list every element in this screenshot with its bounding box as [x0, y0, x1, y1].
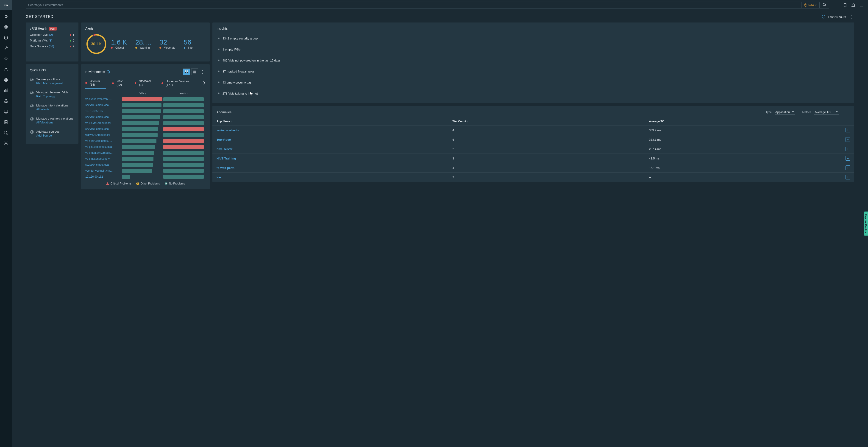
topology-icon[interactable] [3, 98, 9, 104]
target-icon[interactable] [3, 56, 9, 61]
env-tab[interactable]: NSX (22) [112, 78, 129, 88]
alert-stat[interactable]: 28.…Warning [135, 39, 157, 49]
col-vms-label: VMs [139, 92, 144, 95]
env-name-link[interactable]: vc-us.vrni.cmbu.local [85, 121, 122, 125]
tabs-scroll-right-icon[interactable] [203, 81, 206, 85]
env-name-link[interactable]: vc-emea.vrni.cmbu.l… [85, 151, 122, 154]
env-name-link[interactable]: vc-pks.vrni.cmbu.local [85, 145, 122, 148]
env-name-link[interactable]: wdcvc01.cmbu.local [85, 133, 122, 137]
svg-point-60 [217, 93, 218, 94]
sidebar-expand-icon[interactable] [3, 14, 9, 19]
alert-stat[interactable]: 1.6 KCritical [111, 39, 133, 49]
hexagon-icon[interactable] [3, 35, 9, 40]
globe-grid-icon[interactable] [3, 77, 9, 83]
svg-rect-16 [4, 110, 8, 113]
quicklink-link[interactable]: Add Source [36, 134, 59, 137]
health-row[interactable]: Data Sources (86)2 [30, 44, 74, 48]
alerts-donut[interactable]: 30.1 K [85, 33, 107, 55]
quicklink-link[interactable]: Path Topology [36, 94, 68, 98]
insight-item[interactable]: 1 empty IPSet [217, 44, 850, 55]
database-icon[interactable] [3, 130, 9, 136]
env-tab[interactable]: vCenter (14) [85, 78, 106, 89]
expand-row-button[interactable]: + [845, 156, 850, 160]
menu-icon[interactable] [859, 3, 864, 7]
quicklink-item: Manage threshold violationsAll Violation… [30, 114, 74, 127]
type-select[interactable]: Application [775, 110, 795, 115]
bookmark-icon[interactable] [843, 3, 847, 7]
env-name-link[interactable]: sc2vc01.cmbu.local [85, 127, 122, 130]
env-tab[interactable]: SD-WAN (1) [135, 78, 155, 88]
svg-point-19 [6, 133, 8, 135]
explore-guides-tab[interactable]: Explore Guides [864, 212, 868, 236]
col-average[interactable]: Average TC…↓ [649, 120, 845, 123]
search-bar[interactable]: Now [26, 2, 829, 8]
header-right: Last 24 hours ⋮ [822, 14, 854, 19]
env-tab[interactable]: Underlay Devices (177) [161, 78, 197, 88]
anomaly-app-link[interactable]: hive-server [217, 147, 452, 151]
env-row: vc-b.nsxonaci.eng.v… [85, 156, 206, 162]
quicklink-link[interactable]: Plan Micro-segment [36, 82, 63, 85]
health-row[interactable]: Platform VMs (3)0 [30, 39, 74, 42]
insight-item[interactable]: 3342 empty security group [217, 33, 850, 44]
bell-icon[interactable] [851, 3, 856, 7]
quicklink-link[interactable]: All Intents [36, 108, 68, 111]
insight-item[interactable]: 43 empty security tag [217, 77, 850, 88]
refresh-icon[interactable] [822, 15, 826, 19]
globe-icon[interactable] [3, 24, 9, 30]
search-input[interactable] [28, 3, 801, 7]
env-name-link[interactable]: vc-north.vrni.cmbu.l… [85, 139, 122, 143]
binoculars-icon [217, 47, 220, 52]
anomalies-kebab-icon[interactable]: ⋮ [844, 110, 850, 115]
env-name-link[interactable]: sc2vc03.cmbu.local [85, 103, 122, 107]
col-tier-count[interactable]: Tier Count⇅ [452, 120, 649, 123]
monitor-icon[interactable] [3, 109, 9, 114]
svg-point-5 [7, 37, 7, 37]
anomaly-app-link[interactable]: vrni-vc-collector [217, 128, 452, 132]
gear-icon[interactable] [3, 141, 9, 146]
anomaly-app-link[interactable]: l-ar [217, 176, 452, 179]
anomaly-app-link[interactable]: Top-Video [217, 138, 452, 141]
insight-item[interactable]: 482 VMs not powered on in the last 15 da… [217, 55, 850, 66]
expand-row-button[interactable]: + [845, 137, 850, 142]
env-row: wdcvc01.cmbu.local [85, 132, 206, 138]
env-name-link[interactable]: vc-hybrid.vrni.cmbu.… [85, 97, 122, 101]
env-name-link[interactable]: 10.126.90.162 [85, 175, 122, 178]
env-name-link[interactable]: 10.73.185.196 [85, 110, 122, 113]
view-grid-button[interactable] [183, 68, 190, 75]
health-row[interactable]: Collector VMs (2)1 [30, 33, 74, 36]
clipboard-icon[interactable] [3, 119, 9, 125]
anomaly-row: Top-Video 6 333.1 ms + [212, 135, 854, 144]
expand-row-button[interactable]: + [845, 147, 850, 151]
env-name-link[interactable]: vc-b.nsxonaci.eng.v… [85, 157, 122, 160]
alert-stat[interactable]: 56Info [184, 39, 206, 49]
binoculars-icon [217, 58, 220, 63]
quicklink-link[interactable]: All Violations [36, 121, 73, 124]
anomalies-title: Anomalies [217, 110, 231, 114]
anomaly-app-link[interactable]: fd-web-perm [217, 166, 452, 170]
expand-row-button[interactable]: + [845, 166, 850, 170]
expand-row-button[interactable]: + [845, 175, 850, 179]
alert-stat[interactable]: 32Moderate [159, 39, 181, 49]
analytics-icon[interactable] [3, 88, 9, 93]
search-icon[interactable] [823, 2, 827, 7]
environments-kebab-icon[interactable]: ⋮ [199, 69, 206, 74]
insight-item[interactable]: 273 VMs talking to internet [217, 88, 850, 99]
view-list-button[interactable] [191, 68, 198, 75]
insights-card: Insights 3342 empty security group1 empt… [212, 23, 854, 103]
anomaly-app-link[interactable]: HIVE Training [217, 157, 452, 160]
expand-row-button[interactable]: + [845, 128, 850, 132]
insight-item[interactable]: 37 masked firewall rules [217, 66, 850, 77]
info-icon[interactable] [106, 70, 110, 74]
tools-icon[interactable] [3, 46, 9, 51]
svg-rect-13 [4, 102, 5, 102]
col-app-name[interactable]: App Name⇅ [217, 120, 452, 123]
kebab-menu-icon[interactable]: ⋮ [848, 14, 854, 19]
svg-point-18 [4, 131, 7, 132]
metrics-select[interactable]: Average TC… [814, 110, 839, 115]
environments-legend: Critical Problems !Other Problems No Pro… [85, 182, 206, 185]
env-name-link[interactable]: vcenter-vcplugin.vrn… [85, 169, 122, 172]
alert-triangle-icon[interactable] [3, 66, 9, 72]
env-name-link[interactable]: sc2vc04.cmbu.local [85, 163, 122, 167]
env-name-link[interactable]: sc2vc05.cmbu.local [85, 115, 122, 119]
time-now-button[interactable]: Now [801, 2, 819, 8]
